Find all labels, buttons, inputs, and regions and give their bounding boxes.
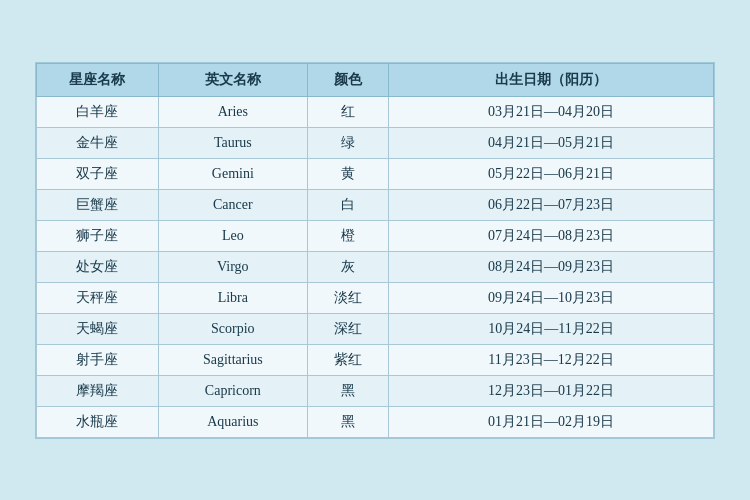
cell-date: 04月21日—05月21日 (389, 127, 714, 158)
cell-chinese: 金牛座 (37, 127, 159, 158)
cell-english: Sagittarius (158, 344, 307, 375)
cell-date: 06月22日—07月23日 (389, 189, 714, 220)
cell-english: Taurus (158, 127, 307, 158)
cell-color: 深红 (307, 313, 388, 344)
cell-english: Scorpio (158, 313, 307, 344)
table-row: 狮子座Leo橙07月24日—08月23日 (37, 220, 714, 251)
cell-date: 07月24日—08月23日 (389, 220, 714, 251)
cell-color: 红 (307, 96, 388, 127)
table-row: 金牛座Taurus绿04月21日—05月21日 (37, 127, 714, 158)
cell-date: 05月22日—06月21日 (389, 158, 714, 189)
cell-english: Virgo (158, 251, 307, 282)
header-chinese: 星座名称 (37, 63, 159, 96)
cell-color: 黄 (307, 158, 388, 189)
cell-date: 10月24日—11月22日 (389, 313, 714, 344)
header-color: 颜色 (307, 63, 388, 96)
cell-color: 橙 (307, 220, 388, 251)
cell-chinese: 射手座 (37, 344, 159, 375)
cell-color: 白 (307, 189, 388, 220)
cell-chinese: 白羊座 (37, 96, 159, 127)
cell-english: Aries (158, 96, 307, 127)
table-row: 白羊座Aries红03月21日—04月20日 (37, 96, 714, 127)
cell-color: 黑 (307, 406, 388, 437)
cell-date: 01月21日—02月19日 (389, 406, 714, 437)
cell-date: 03月21日—04月20日 (389, 96, 714, 127)
header-english: 英文名称 (158, 63, 307, 96)
cell-english: Libra (158, 282, 307, 313)
cell-color: 黑 (307, 375, 388, 406)
cell-chinese: 双子座 (37, 158, 159, 189)
table-row: 天蝎座Scorpio深红10月24日—11月22日 (37, 313, 714, 344)
cell-date: 11月23日—12月22日 (389, 344, 714, 375)
cell-date: 08月24日—09月23日 (389, 251, 714, 282)
table-row: 摩羯座Capricorn黑12月23日—01月22日 (37, 375, 714, 406)
cell-english: Aquarius (158, 406, 307, 437)
cell-chinese: 处女座 (37, 251, 159, 282)
header-date: 出生日期（阳历） (389, 63, 714, 96)
table-row: 双子座Gemini黄05月22日—06月21日 (37, 158, 714, 189)
cell-english: Capricorn (158, 375, 307, 406)
cell-chinese: 摩羯座 (37, 375, 159, 406)
cell-chinese: 天蝎座 (37, 313, 159, 344)
table-header-row: 星座名称 英文名称 颜色 出生日期（阳历） (37, 63, 714, 96)
cell-date: 12月23日—01月22日 (389, 375, 714, 406)
cell-date: 09月24日—10月23日 (389, 282, 714, 313)
cell-english: Cancer (158, 189, 307, 220)
cell-chinese: 巨蟹座 (37, 189, 159, 220)
table-row: 水瓶座Aquarius黑01月21日—02月19日 (37, 406, 714, 437)
table-row: 射手座Sagittarius紫红11月23日—12月22日 (37, 344, 714, 375)
table-row: 天秤座Libra淡红09月24日—10月23日 (37, 282, 714, 313)
table-row: 巨蟹座Cancer白06月22日—07月23日 (37, 189, 714, 220)
zodiac-table-container: 星座名称 英文名称 颜色 出生日期（阳历） 白羊座Aries红03月21日—04… (35, 62, 715, 439)
table-row: 处女座Virgo灰08月24日—09月23日 (37, 251, 714, 282)
cell-english: Gemini (158, 158, 307, 189)
cell-color: 淡红 (307, 282, 388, 313)
cell-chinese: 狮子座 (37, 220, 159, 251)
table-body: 白羊座Aries红03月21日—04月20日金牛座Taurus绿04月21日—0… (37, 96, 714, 437)
cell-chinese: 天秤座 (37, 282, 159, 313)
cell-chinese: 水瓶座 (37, 406, 159, 437)
zodiac-table: 星座名称 英文名称 颜色 出生日期（阳历） 白羊座Aries红03月21日—04… (36, 63, 714, 438)
cell-color: 绿 (307, 127, 388, 158)
cell-english: Leo (158, 220, 307, 251)
cell-color: 灰 (307, 251, 388, 282)
cell-color: 紫红 (307, 344, 388, 375)
